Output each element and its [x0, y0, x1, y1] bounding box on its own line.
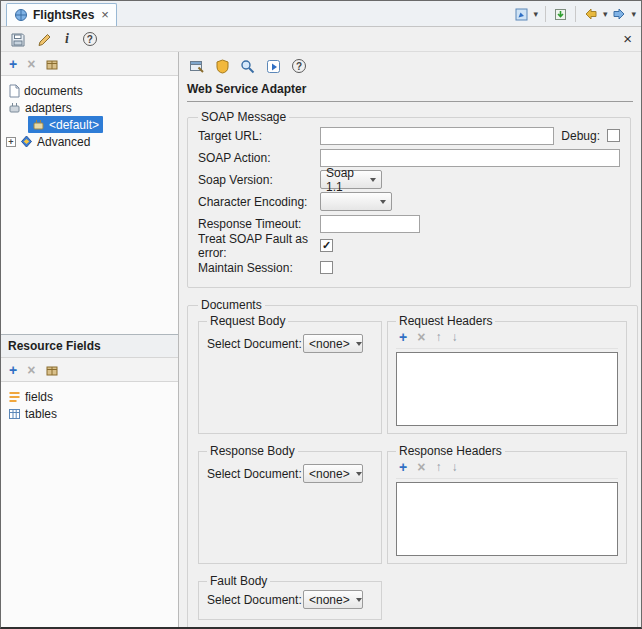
tree-item-fields[interactable]: fields [4, 388, 57, 405]
page-title: Web Service Adapter [187, 80, 633, 102]
move-up-icon[interactable]: ↑ [435, 330, 441, 344]
editor-tab-bar: FlightsRes × ▾ ▾ ▾ [1, 1, 641, 27]
request-body-group: Request Body Select Document: <none> [198, 314, 382, 434]
add-icon[interactable]: + [9, 57, 17, 71]
help-icon[interactable]: ? [292, 59, 306, 73]
table-icon [8, 407, 21, 420]
edit-pencil-icon[interactable] [37, 32, 51, 46]
document-icon [8, 84, 20, 98]
fault-body-group: Fault Body Select Document: <none> [198, 574, 382, 620]
character-encoding-select[interactable] [320, 192, 392, 211]
navigate-forward-icon[interactable] [611, 7, 627, 21]
move-down-icon[interactable]: ↓ [451, 460, 457, 474]
package-icon[interactable] [45, 363, 59, 377]
tree-item-advanced[interactable]: + Advanced [4, 133, 94, 150]
tree-item-default[interactable]: <default> [28, 116, 103, 133]
response-timeout-label: Response Timeout: [198, 217, 320, 231]
tab-flightsres[interactable]: FlightsRes × [6, 3, 117, 26]
debug-checkbox[interactable] [607, 129, 620, 142]
tab-close-icon[interactable]: × [101, 10, 109, 20]
advanced-diamond-icon [20, 135, 33, 148]
request-body-document-select[interactable]: <none> [303, 334, 363, 353]
documents-grid: Request Body Select Document: <none> Req… [198, 314, 627, 620]
resource-fields-tree: fields tables [1, 382, 178, 627]
tree-item-adapters[interactable]: adapters [4, 99, 76, 116]
soap-message-legend: SOAP Message [198, 110, 289, 124]
delete-icon[interactable]: × [27, 363, 35, 377]
search-icon[interactable] [240, 59, 255, 74]
chevron-down-icon[interactable]: ▾ [631, 9, 636, 19]
tree-item-documents[interactable]: documents [4, 82, 87, 99]
tree-item-label: <default> [49, 118, 99, 132]
response-headers-legend: Response Headers [396, 444, 505, 458]
request-headers-list[interactable] [396, 352, 618, 426]
content-area: + × documents adapters [1, 52, 641, 627]
add-icon[interactable]: + [399, 330, 407, 344]
target-url-label: Target URL: [198, 129, 320, 143]
maintain-session-row: Maintain Session: [198, 257, 620, 278]
treat-fault-label: Treat SOAP Fault as error: [198, 232, 320, 260]
info-icon[interactable]: i [63, 31, 71, 47]
application-window: FlightsRes × ▾ ▾ ▾ [0, 0, 642, 629]
toolbar-separator [545, 6, 546, 22]
save-all-icon[interactable] [553, 7, 568, 22]
resource-tree-toolbar: + × [1, 52, 178, 76]
target-url-input[interactable] [320, 127, 554, 145]
target-url-row: Target URL: Debug: [198, 125, 620, 146]
move-down-icon[interactable]: ↓ [451, 330, 457, 344]
tab-bar-actions: ▾ ▾ ▾ [514, 6, 636, 26]
soap-action-label: SOAP Action: [198, 151, 320, 165]
chevron-down-icon[interactable]: ▾ [603, 9, 608, 19]
maintain-session-label: Maintain Session: [198, 261, 320, 275]
soap-version-select[interactable]: Soap 1.1 [320, 170, 382, 189]
resource-sidebar: + × documents adapters [1, 52, 179, 627]
tree-item-label: tables [25, 407, 57, 421]
tree-item-label: adapters [25, 101, 72, 115]
delete-icon[interactable]: × [417, 460, 425, 474]
fault-body-document-value: <none> [309, 593, 350, 607]
tree-item-label: fields [25, 390, 53, 404]
close-panel-icon[interactable]: × [623, 32, 632, 46]
documents-group: Documents Request Body Select Document: … [187, 298, 638, 627]
response-timeout-input[interactable] [320, 215, 420, 233]
chevron-down-icon [356, 598, 362, 602]
fault-body-legend: Fault Body [207, 574, 270, 588]
fields-icon [8, 390, 21, 403]
adapter-icon [8, 101, 21, 114]
soap-version-value: Soap 1.1 [326, 166, 364, 194]
response-body-select-row: Select Document: <none> [207, 464, 373, 483]
chevron-down-icon[interactable]: ▾ [533, 9, 538, 19]
tree-item-tables[interactable]: tables [4, 405, 61, 422]
save-icon[interactable] [10, 32, 25, 47]
add-icon[interactable]: + [9, 363, 17, 377]
response-body-document-select[interactable]: <none> [303, 464, 363, 483]
new-resource-icon[interactable] [514, 7, 529, 22]
chevron-down-icon [356, 472, 362, 476]
request-body-legend: Request Body [207, 314, 288, 328]
adapter-form: SOAP Message Target URL: Debug: SOAP Act… [179, 102, 641, 627]
package-icon[interactable] [45, 57, 59, 71]
delete-icon[interactable]: × [417, 330, 425, 344]
soap-message-group: SOAP Message Target URL: Debug: SOAP Act… [187, 110, 631, 288]
fault-body-document-select[interactable]: <none> [303, 590, 363, 609]
delete-icon[interactable]: × [27, 57, 35, 71]
select-document-label: Select Document: [207, 593, 303, 607]
add-icon[interactable]: + [399, 460, 407, 474]
move-up-icon[interactable]: ↑ [435, 460, 441, 474]
fault-body-select-row: Select Document: <none> [207, 590, 373, 609]
help-icon[interactable]: ? [83, 32, 97, 46]
toolbar-separator [575, 6, 576, 22]
adapter-toolbar: ? [179, 52, 641, 78]
expand-plus-icon[interactable]: + [6, 137, 16, 147]
chevron-down-icon [356, 342, 362, 346]
adapter-icon [32, 118, 45, 131]
run-icon[interactable] [266, 59, 281, 74]
maintain-session-checkbox[interactable] [320, 261, 333, 274]
request-headers-toolbar: + × ↑ ↓ [396, 328, 618, 349]
permissions-shield-icon[interactable] [216, 59, 229, 74]
soap-action-input[interactable] [320, 149, 620, 167]
response-headers-list[interactable] [396, 482, 618, 556]
navigate-back-icon[interactable] [583, 7, 599, 21]
edit-mode-icon[interactable] [189, 59, 205, 74]
treat-fault-checkbox[interactable]: ✓ [320, 239, 333, 252]
